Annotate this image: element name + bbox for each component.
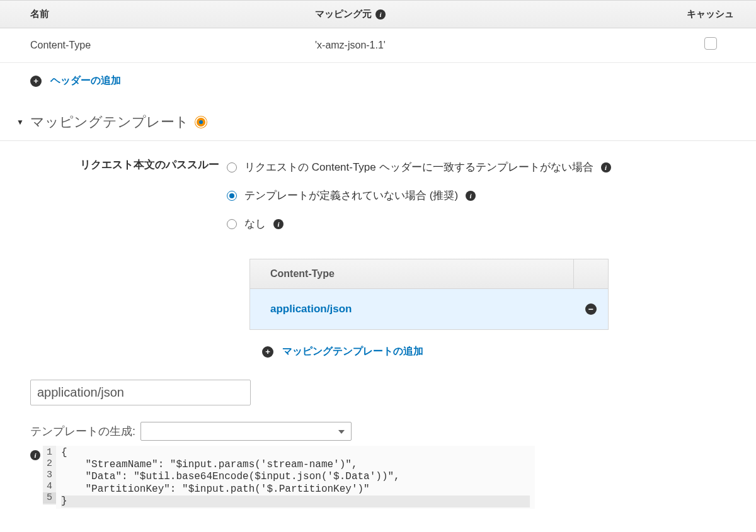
code-body[interactable]: { "StreamName": "$input.params('stream-n… [56,446,535,509]
radio-option-no-match[interactable]: リクエストの Content-Type ヘッダーに一致するテンプレートがない場合… [227,156,743,184]
radio-icon[interactable] [227,191,237,201]
info-icon[interactable]: i [375,9,386,20]
add-header-link[interactable]: ヘッダーの追加 [50,74,121,88]
plus-icon: + [262,346,273,358]
add-template-row[interactable]: + マッピングテンプレートの追加 [249,341,756,362]
header-cache-cell [665,28,756,62]
content-type-row[interactable]: application/json − [250,289,608,329]
radio-option-none[interactable]: なし i [227,213,743,241]
add-header-row[interactable]: + ヘッダーの追加 [0,63,756,99]
content-type-value[interactable]: application/json [250,289,573,329]
code-gutter: 12345 [43,446,56,505]
radio-label: テンプレートが定義されていない場合 (推奨) [244,188,458,203]
info-icon[interactable]: i [466,191,476,201]
info-icon[interactable]: i [30,450,40,460]
cache-checkbox[interactable] [704,37,717,50]
info-icon[interactable]: i [601,162,611,173]
changed-indicator-icon [195,116,207,128]
headers-table-header: 名前 マッピング元 i キャッシュ [0,0,756,28]
radio-icon[interactable] [227,219,237,229]
content-type-header-label: Content-Type [270,268,573,280]
radio-icon[interactable] [227,162,237,173]
generate-template-dropdown[interactable] [140,422,352,441]
column-name: 名前 [0,1,302,28]
table-row: Content-Type 'x-amz-json-1.1' [0,28,756,63]
caret-down-icon: ▼ [16,118,24,127]
passthrough-radio-group: リクエストの Content-Type ヘッダーに一致するテンプレートがない場合… [227,156,743,241]
generate-label: テンプレートの生成: [30,424,135,439]
header-name-cell[interactable]: Content-Type [0,28,302,62]
code-editor[interactable]: i 12345 { "StreamName": "$input.params('… [30,446,743,509]
template-editor-block: テンプレートの生成: i 12345 { "StreamName": "$inp… [0,362,756,509]
add-template-link[interactable]: マッピングテンプレートの追加 [282,345,423,358]
generate-template-row: テンプレートの生成: [30,422,743,441]
radio-option-no-template[interactable]: テンプレートが定義されていない場合 (推奨) i [227,184,743,213]
content-type-table-header: Content-Type [250,259,608,289]
passthrough-label: リクエスト本文のパススルー [13,156,227,241]
column-source: マッピング元 i [302,1,665,28]
content-type-remove[interactable]: − [573,303,608,315]
column-cache: キャッシュ [665,1,756,28]
minus-icon: − [585,303,597,315]
info-icon[interactable]: i [273,219,284,229]
header-source-cell[interactable]: 'x-amz-json-1.1' [302,28,665,62]
passthrough-section: リクエスト本文のパススルー リクエストの Content-Type ヘッダーに一… [0,141,756,246]
plus-icon: + [30,76,42,87]
column-source-label: マッピング元 [315,8,372,20]
content-type-table: Content-Type application/json − [249,259,609,330]
mapping-templates-section-title[interactable]: ▼ マッピングテンプレート [0,99,756,141]
section-title-text: マッピングテンプレート [30,113,189,132]
content-type-header-action [573,259,608,288]
code-info: i [30,446,43,461]
radio-label: リクエストの Content-Type ヘッダーに一致するテンプレートがない場合 [244,160,593,174]
content-type-input[interactable] [30,380,251,405]
radio-label: なし [244,217,266,231]
